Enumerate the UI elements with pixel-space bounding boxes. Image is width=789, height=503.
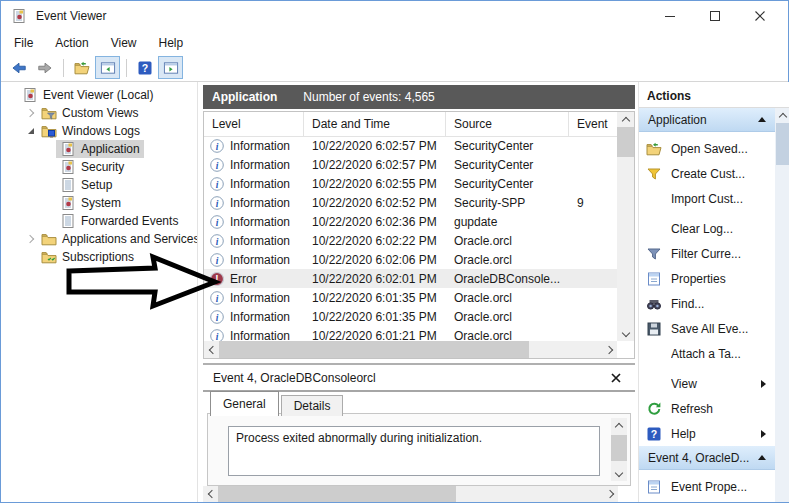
tree-item-windows-logs[interactable]: Windows Logs — [1, 122, 197, 140]
action-refresh[interactable]: Refresh — [639, 396, 775, 421]
scrollbar-thumb[interactable] — [617, 127, 634, 157]
tree-item-forwarded-events[interactable]: Forwarded Events — [1, 212, 197, 230]
actions-section-event-4-oracled[interactable]: Event 4, OracleD... — [639, 446, 775, 470]
scroll-up-button[interactable] — [617, 112, 634, 127]
action-properties[interactable]: Properties — [639, 266, 775, 291]
preview-horizontal-scrollbar[interactable] — [203, 486, 618, 502]
expander-collapsed-icon[interactable] — [24, 110, 37, 116]
scroll-up-button[interactable] — [775, 108, 789, 122]
column-header-source[interactable]: Source — [446, 112, 569, 136]
action-import-cust[interactable]: Import Cust... — [639, 186, 775, 211]
level-label: Information — [230, 215, 290, 229]
folder-icon — [41, 231, 57, 247]
chevron-up-icon — [778, 112, 786, 120]
show-console-tree-icon — [100, 60, 116, 76]
forward-arrow-button[interactable] — [32, 56, 57, 79]
event-row[interactable]: iInformation10/22/2020 6:02:06 PMOracle.… — [204, 250, 617, 269]
action-open-saved[interactable]: Open Saved... — [639, 136, 775, 161]
action-attach-a-ta[interactable]: Attach a Ta... — [639, 341, 775, 366]
collapse-triangle-icon[interactable] — [758, 117, 766, 122]
scrollbar-thumb[interactable] — [219, 341, 529, 358]
scrollbar-thumb[interactable] — [776, 123, 789, 165]
minimize-button[interactable] — [647, 1, 692, 31]
collapse-triangle-icon[interactable] — [758, 455, 766, 460]
open-saved-log-button[interactable] — [69, 56, 94, 79]
action-find[interactable]: Find... — [639, 291, 775, 316]
show-console-tree-button[interactable] — [95, 56, 120, 79]
action-label: Create Cust... — [671, 167, 775, 181]
action-filter-curre[interactable]: Filter Curre... — [639, 241, 775, 266]
menu-action[interactable]: Action — [44, 33, 99, 53]
submenu-arrow-icon — [761, 430, 766, 438]
help-button[interactable]: ? — [132, 56, 157, 79]
level-cell: iInformation — [204, 138, 304, 154]
menu-view[interactable]: View — [100, 33, 148, 53]
back-arrow-button[interactable] — [6, 56, 31, 79]
tab-general[interactable]: General — [210, 391, 279, 416]
tree-item-application[interactable]: Application — [1, 140, 197, 158]
tree-item-content: Subscriptions — [37, 248, 138, 266]
show-action-pane-button[interactable] — [158, 56, 183, 79]
action-clear-log[interactable]: Clear Log... — [639, 216, 775, 241]
level-label: Information — [230, 139, 290, 153]
action-attach-task[interactable]: Attach Task... — [639, 499, 775, 502]
scrollbar-thumb[interactable] — [218, 486, 456, 502]
preview-vertical-scrollbar[interactable] — [611, 418, 627, 481]
menu-file[interactable]: File — [3, 33, 44, 53]
tree-item-label: System — [81, 196, 121, 210]
tree-item-setup[interactable]: Setup — [1, 176, 197, 194]
tree-item-system[interactable]: System — [1, 194, 197, 212]
action-save-all-eve[interactable]: Save All Eve... — [639, 316, 775, 341]
action-view[interactable]: View — [639, 371, 775, 396]
event-list-horizontal-scrollbar[interactable] — [204, 341, 617, 358]
tree-item-applications-and-services-lo[interactable]: Applications and Services Lo — [1, 230, 197, 248]
event-row[interactable]: iInformation10/22/2020 6:01:35 PMOracle.… — [204, 288, 617, 307]
scroll-down-button[interactable] — [611, 466, 627, 481]
scroll-down-button[interactable] — [617, 326, 634, 341]
event-row[interactable]: iInformation10/22/2020 6:02:57 PMSecurit… — [204, 155, 617, 174]
close-button[interactable] — [737, 1, 782, 31]
actions-section-application[interactable]: Application — [639, 108, 775, 132]
event-message-box[interactable]: Process exited abnormally during initial… — [228, 426, 600, 476]
tab-details[interactable]: Details — [281, 395, 344, 416]
event-row[interactable]: iInformation10/22/2020 6:02:55 PMSecurit… — [204, 174, 617, 193]
scroll-up-button[interactable] — [611, 418, 627, 433]
properties-icon — [646, 479, 662, 495]
expander-expanded-icon[interactable] — [24, 128, 37, 134]
event-row[interactable]: iInformation10/22/2020 6:02:22 PMOracle.… — [204, 231, 617, 250]
column-header-level[interactable]: Level — [204, 112, 304, 136]
scroll-right-button[interactable] — [602, 341, 617, 358]
action-help[interactable]: ?Help — [639, 421, 775, 446]
level-cell: iInformation — [204, 157, 304, 173]
event-row[interactable]: iInformation10/22/2020 6:02:52 PMSecurit… — [204, 193, 617, 212]
tree-item-event-viewer-local[interactable]: Event Viewer (Local) — [1, 86, 197, 104]
event-viewer-window: Event Viewer FileActionViewHelp ? Event … — [0, 0, 789, 503]
expander-collapsed-icon[interactable] — [24, 236, 37, 242]
svg-text:i: i — [216, 141, 219, 151]
tree-item-security[interactable]: Security — [1, 158, 197, 176]
tree-item-content: Windows Logs — [37, 122, 144, 140]
scroll-right-button[interactable] — [603, 486, 618, 502]
event-row[interactable]: iInformation10/22/2020 6:02:57 PMSecurit… — [204, 136, 617, 155]
tree-item-subscriptions[interactable]: Subscriptions — [1, 248, 197, 266]
event-list-vertical-scrollbar[interactable] — [617, 112, 634, 341]
maximize-button[interactable] — [692, 1, 737, 31]
event-row[interactable]: iInformation10/22/2020 6:01:21 PMOracle.… — [204, 326, 617, 341]
section-header-label: Application — [648, 113, 758, 127]
event-row[interactable]: iInformation10/22/2020 6:01:35 PMOracle.… — [204, 307, 617, 326]
action-event-prope[interactable]: Event Prope... — [639, 474, 775, 499]
close-preview-button[interactable] — [607, 369, 625, 387]
actions-scrollbar[interactable] — [775, 108, 789, 502]
column-header-event[interactable]: Event — [569, 112, 619, 136]
event-row[interactable]: !Error10/22/2020 6:02:01 PMOracleDBConso… — [204, 269, 617, 288]
window-controls — [647, 1, 782, 31]
scroll-left-button[interactable] — [203, 486, 218, 502]
tree-item-custom-views[interactable]: Custom Views — [1, 104, 197, 122]
scrollbar-thumb[interactable] — [611, 435, 627, 461]
menu-help[interactable]: Help — [148, 33, 195, 53]
event-row[interactable]: iInformation10/22/2020 6:02:36 PMgupdate — [204, 212, 617, 231]
column-header-date-and-time[interactable]: Date and Time — [304, 112, 446, 136]
error-icon: ! — [209, 271, 225, 287]
scroll-left-button[interactable] — [204, 341, 219, 358]
action-create-cust[interactable]: Create Cust... — [639, 161, 775, 186]
